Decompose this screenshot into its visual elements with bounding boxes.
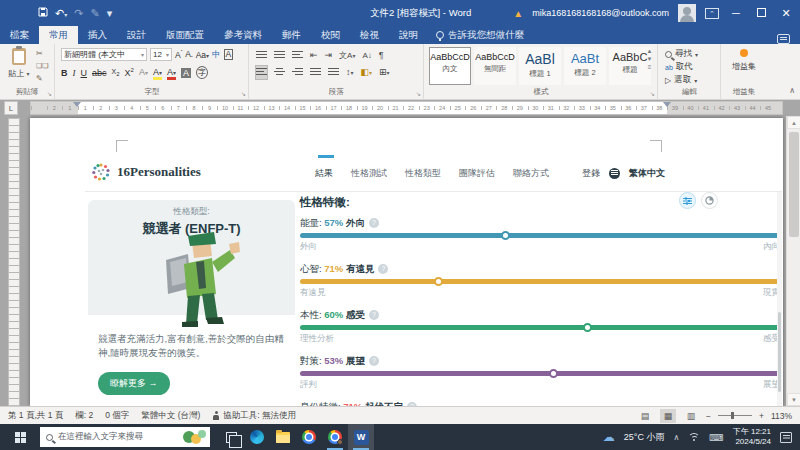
numbering-icon[interactable] xyxy=(274,49,285,62)
print-layout-icon[interactable]: ▦ xyxy=(660,409,676,423)
tell-me-box[interactable]: 告訴我您想做什麼 xyxy=(436,26,524,44)
trait-marker[interactable] xyxy=(583,323,592,332)
replace-button[interactable]: ab取代 xyxy=(665,61,693,73)
superscript-icon[interactable]: X2 xyxy=(125,67,134,78)
trait-bar[interactable] xyxy=(300,371,780,376)
enclose-characters-icon[interactable]: A xyxy=(224,49,234,60)
scroll-down-icon[interactable]: ▼ xyxy=(787,393,800,406)
strikethrough-icon[interactable]: abc xyxy=(92,68,107,78)
tab-selector[interactable]: L xyxy=(4,101,18,115)
ribbon-tab-4[interactable]: 設計 xyxy=(117,26,156,44)
file-explorer-button[interactable] xyxy=(270,424,296,450)
bullets-icon[interactable] xyxy=(256,49,267,62)
word-taskbar-button[interactable]: W xyxy=(348,424,374,450)
help-icon[interactable]: ? xyxy=(378,264,388,274)
change-case-icon[interactable]: Aa▾ xyxy=(196,50,209,60)
wifi-icon[interactable] xyxy=(688,433,700,442)
collapse-ribbon-icon[interactable]: ∧ xyxy=(789,86,795,95)
zoom-level[interactable]: 113% xyxy=(771,411,792,421)
account-email[interactable]: mika168168168168@outlook.com xyxy=(532,8,669,18)
trait-bar[interactable] xyxy=(300,279,780,284)
cut-icon[interactable]: ✂ xyxy=(36,49,49,58)
zoom-in-icon[interactable]: + xyxy=(759,411,764,421)
p16-nav-5[interactable]: 聯絡方式 xyxy=(513,167,549,180)
ribbon-tab-1[interactable]: 檔案 xyxy=(0,26,39,44)
p16-nav-2[interactable]: 性格測試 xyxy=(351,167,387,180)
p16-nav-1[interactable]: 結果 xyxy=(315,167,333,180)
close-button[interactable]: ✕ xyxy=(778,7,794,20)
scrollbar-thumb[interactable] xyxy=(789,132,799,237)
avatar[interactable] xyxy=(678,4,696,22)
zoom-slider-thumb[interactable] xyxy=(731,412,734,419)
p16-nav-4[interactable]: 團隊評估 xyxy=(459,167,495,180)
embedded-16personalities-image[interactable]: 16Personalities 結果性格測試性格類型團隊評估聯絡方式 登錄 繁体… xyxy=(85,155,782,406)
select-button[interactable]: ▷選取▾ xyxy=(665,74,697,86)
ribbon-tab-7[interactable]: 郵件 xyxy=(272,26,311,44)
vertical-ruler[interactable] xyxy=(8,118,20,406)
accessibility-status[interactable]: 協助工具: 無法使用 xyxy=(212,410,296,422)
p16-login-link[interactable]: 登錄 xyxy=(582,167,600,180)
feedback-icon[interactable] xyxy=(777,34,790,44)
document-page[interactable]: 16Personalities 結果性格測試性格類型團隊評估聯絡方式 登錄 繁体… xyxy=(30,118,783,406)
ribbon-tab-5[interactable]: 版面配置 xyxy=(156,26,214,44)
column-indicator[interactable]: 欄: 2 xyxy=(75,410,93,422)
pie-view-toggle[interactable] xyxy=(701,192,718,209)
edge-button[interactable] xyxy=(244,424,270,450)
justify-icon[interactable] xyxy=(310,66,321,79)
shading-icon[interactable]: ◧▾ xyxy=(361,67,373,77)
help-icon[interactable]: ? xyxy=(369,356,379,366)
help-icon[interactable]: ? xyxy=(369,218,379,228)
italic-icon[interactable]: I xyxy=(73,68,76,78)
style-3[interactable]: AaBl標題 1 xyxy=(519,47,561,85)
font-size-combo[interactable]: 12▾ xyxy=(150,48,172,61)
chrome-button[interactable] xyxy=(296,424,322,450)
clipboard-dialog-launcher[interactable]: ↘ xyxy=(47,90,52,97)
ribbon-tab-9[interactable]: 檢視 xyxy=(350,26,389,44)
enclose-char-icon[interactable]: 字 xyxy=(196,66,208,79)
styles-dialog-launcher[interactable]: ↘ xyxy=(650,90,655,97)
asian-layout-icon[interactable]: 文A▾ xyxy=(339,50,355,61)
addins-button[interactable]: 增益集 xyxy=(730,49,758,72)
learn-more-button[interactable]: 瞭解更多 → xyxy=(98,372,170,395)
shrink-font-icon[interactable]: Aˇ xyxy=(185,49,192,61)
read-mode-icon[interactable]: ▤ xyxy=(637,409,653,423)
indent-marker-right[interactable] xyxy=(663,102,671,107)
ribbon-tab-8[interactable]: 校閱 xyxy=(311,26,350,44)
p16-brand[interactable]: 16Personalities xyxy=(117,164,201,180)
weather-status[interactable]: 25°C 小雨 xyxy=(624,431,665,444)
trait-marker[interactable] xyxy=(501,231,510,240)
trait-marker[interactable] xyxy=(434,277,443,286)
page-indicator[interactable]: 第 1 頁,共 1 頁 xyxy=(8,410,63,422)
font-color-icon[interactable]: A▾ xyxy=(167,67,176,78)
format-painter-icon[interactable]: ✎ xyxy=(90,8,99,19)
trait-bar[interactable] xyxy=(300,233,780,238)
text-effects-icon[interactable]: A▾ xyxy=(139,67,148,78)
align-left-icon[interactable] xyxy=(256,66,267,79)
word-count[interactable]: 0 個字 xyxy=(105,410,129,422)
show-marks-icon[interactable]: ¶ xyxy=(379,50,384,60)
paste-button[interactable]: 貼上 ▾ xyxy=(6,48,32,79)
bold-icon[interactable]: B xyxy=(61,68,68,78)
distribute-icon[interactable] xyxy=(328,66,339,79)
subscript-icon[interactable]: X2 xyxy=(112,68,120,77)
customize-qat-icon[interactable]: ▾ xyxy=(107,8,113,19)
ribbon-display-options-icon[interactable] xyxy=(705,8,719,19)
language-indicator[interactable]: 繁體中文 (台灣) xyxy=(141,410,200,422)
document-scrollbar[interactable]: ▲ ▼ xyxy=(786,116,800,406)
clock[interactable]: 下午 12:21 2024/5/24 xyxy=(733,427,771,447)
paragraph-dialog-launcher[interactable]: ↘ xyxy=(416,90,421,97)
trait-bar[interactable] xyxy=(300,325,780,330)
multilevel-list-icon[interactable] xyxy=(292,49,303,62)
task-view-button[interactable] xyxy=(218,424,244,450)
p16-language[interactable]: 繁体中文 xyxy=(629,167,665,180)
redo-icon[interactable]: ↷ xyxy=(74,8,83,19)
character-shading-icon[interactable]: A xyxy=(181,68,191,78)
underline-icon[interactable]: U xyxy=(81,68,88,78)
trait-marker[interactable] xyxy=(549,369,558,378)
save-icon[interactable] xyxy=(38,7,48,19)
styles-scroll-down-icon[interactable]: ▼ xyxy=(645,56,654,62)
ribbon-tab-6[interactable]: 參考資料 xyxy=(214,26,272,44)
style-2[interactable]: AaBbCcD無間距 xyxy=(474,47,516,85)
font-dialog-launcher[interactable]: ↘ xyxy=(241,90,246,97)
notification-center-icon[interactable] xyxy=(780,432,792,443)
